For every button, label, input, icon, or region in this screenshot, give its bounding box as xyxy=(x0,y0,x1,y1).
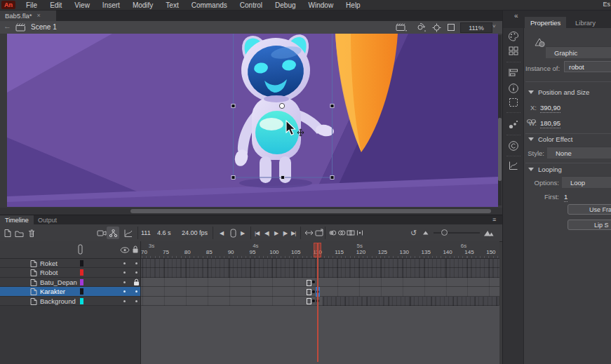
onion-skin-outlines-icon[interactable] xyxy=(337,224,346,241)
step-forward-icon[interactable]: ▶ xyxy=(241,224,244,241)
menu-window[interactable]: Window xyxy=(302,1,340,9)
collapse-triangle-icon[interactable] xyxy=(528,90,534,94)
reset-timeline-zoom-icon[interactable]: ↺ xyxy=(410,224,417,241)
layer-outline-swatch[interactable] xyxy=(80,260,83,267)
selection-handle[interactable] xyxy=(330,105,334,108)
position-size-section-title[interactable]: Position and Size xyxy=(538,88,589,96)
info-panel-icon[interactable] xyxy=(508,83,519,94)
color-effect-section-title[interactable]: Color Effect xyxy=(538,135,572,143)
color-panel-icon[interactable] xyxy=(508,31,519,41)
selection-handle[interactable] xyxy=(330,176,334,180)
keyframe-dot[interactable] xyxy=(312,290,315,293)
clip-content-icon[interactable] xyxy=(447,23,455,32)
collapse-panels-icon[interactable]: « xyxy=(514,12,518,20)
eye-column-icon[interactable] xyxy=(120,247,130,253)
transform-panel-icon[interactable] xyxy=(508,97,519,108)
layer-row-batu_depan[interactable]: Batu_Depan xyxy=(0,278,140,287)
keyframe-hollow[interactable] xyxy=(307,289,311,295)
looping-section-title[interactable]: Looping xyxy=(538,166,562,173)
new-layer-icon[interactable] xyxy=(3,224,12,241)
center-frame-icon[interactable] xyxy=(432,23,441,32)
center-playhead-icon[interactable] xyxy=(304,224,314,241)
new-folder-icon[interactable] xyxy=(15,224,24,241)
frame-row-filled[interactable] xyxy=(141,278,499,287)
tab-properties[interactable]: Properties xyxy=(525,17,566,28)
step-forward-one-frame-icon[interactable]: |▶ xyxy=(283,224,287,241)
close-icon[interactable]: × xyxy=(37,12,41,19)
chevron-down-icon[interactable]: ˅ xyxy=(492,23,496,29)
step-back-one-frame-icon[interactable]: ◀| xyxy=(264,224,269,241)
keyframe-dot[interactable] xyxy=(312,281,315,283)
modify-markers-icon[interactable] xyxy=(356,224,364,241)
symbol-type-select[interactable]: Graphic xyxy=(546,46,611,58)
elapsed-time-field[interactable]: 4.6 s xyxy=(157,224,171,243)
layer-row-background[interactable]: Background xyxy=(0,297,140,306)
align-panel-icon[interactable] xyxy=(508,67,519,78)
stage-canvas[interactable] xyxy=(7,34,498,207)
first-frame-value[interactable]: 1 xyxy=(564,193,568,202)
playhead-line[interactable] xyxy=(317,243,318,362)
frame-row-filled[interactable] xyxy=(141,297,322,306)
timeline-zoom-slider[interactable] xyxy=(434,232,480,234)
stage-vertical-scrollbar-thumb[interactable] xyxy=(498,118,502,181)
collapse-triangle-icon[interactable] xyxy=(528,137,534,141)
selection-handle[interactable] xyxy=(281,176,285,180)
play-icon[interactable]: ▶ xyxy=(274,224,278,241)
layer-outline-swatch[interactable] xyxy=(80,298,83,304)
frame-row-empty[interactable] xyxy=(141,259,499,268)
tab-timeline[interactable]: Timeline xyxy=(0,215,34,225)
show-layer-depth-icon[interactable] xyxy=(123,224,133,241)
scene-name[interactable]: Scene 1 xyxy=(31,23,57,31)
timeline-zoom-out-icon[interactable] xyxy=(423,224,429,241)
menu-debug[interactable]: Debug xyxy=(269,1,302,9)
keyframe-hollow[interactable] xyxy=(307,280,311,286)
menu-control[interactable]: Control xyxy=(234,1,269,9)
selection-handle[interactable] xyxy=(231,176,235,180)
loop-options-select[interactable]: Loop xyxy=(562,176,611,188)
layer-visibility-dot[interactable] xyxy=(123,262,126,264)
tab-output[interactable]: Output xyxy=(33,215,62,225)
brush-library-panel-icon[interactable] xyxy=(508,119,519,130)
transform-point[interactable] xyxy=(279,103,284,108)
step-back-icon[interactable]: ◀ xyxy=(220,224,223,241)
menu-modify[interactable]: Modify xyxy=(126,1,159,9)
layer-outline-swatch[interactable] xyxy=(80,279,83,285)
timeline-zoom-in-icon[interactable] xyxy=(484,224,494,241)
menu-text[interactable]: Text xyxy=(159,1,184,9)
onion-skin-icon[interactable] xyxy=(328,224,337,241)
layer-grid-divider[interactable] xyxy=(140,241,141,364)
menu-view[interactable]: View xyxy=(68,1,96,9)
tab-library[interactable]: Library xyxy=(570,17,601,28)
panel-menu-icon[interactable]: ≡ xyxy=(492,216,496,223)
layer-lock-icon[interactable] xyxy=(133,278,140,286)
layer-outline-swatch[interactable] xyxy=(80,269,83,276)
show-parenting-view-button[interactable] xyxy=(107,227,119,239)
layer-outline-swatch[interactable] xyxy=(80,288,83,295)
collapse-triangle-icon[interactable] xyxy=(528,168,534,171)
playhead-marker[interactable] xyxy=(314,243,322,257)
frame-row-filled[interactable] xyxy=(141,287,499,296)
go-to-last-frame-icon[interactable]: ▶| xyxy=(291,224,295,241)
layer-visibility-dot[interactable] xyxy=(123,281,126,283)
swatches-panel-icon[interactable] xyxy=(508,46,519,56)
menu-edit[interactable]: Edit xyxy=(43,1,68,9)
layer-row-robot[interactable]: Robot xyxy=(0,268,140,277)
cc-libraries-panel-icon[interactable] xyxy=(508,140,519,151)
motion-editor-panel-icon[interactable] xyxy=(508,160,519,171)
document-tab[interactable]: Bab5.fla* × xyxy=(0,10,56,21)
selection-handle[interactable] xyxy=(231,105,235,108)
current-frame-field[interactable]: 111 xyxy=(141,224,151,243)
keyframe-hollow[interactable] xyxy=(307,298,311,304)
edit-scene-icon[interactable] xyxy=(396,22,407,32)
use-frame-picker-button[interactable]: Use Fra xyxy=(568,204,611,215)
layer-visibility-dot[interactable] xyxy=(123,271,126,274)
x-value[interactable]: 390,90 xyxy=(540,104,560,113)
layer-row-roket[interactable]: Roket xyxy=(0,259,140,268)
menu-help[interactable]: Help xyxy=(340,1,367,9)
delete-layer-icon[interactable] xyxy=(27,224,36,241)
layer-lock-dot[interactable] xyxy=(135,290,137,292)
back-arrow-icon[interactable]: ← xyxy=(4,22,11,30)
frame-row-empty[interactable] xyxy=(141,268,499,277)
layer-lock-dot[interactable] xyxy=(135,300,137,302)
menu-insert[interactable]: Insert xyxy=(96,1,126,9)
